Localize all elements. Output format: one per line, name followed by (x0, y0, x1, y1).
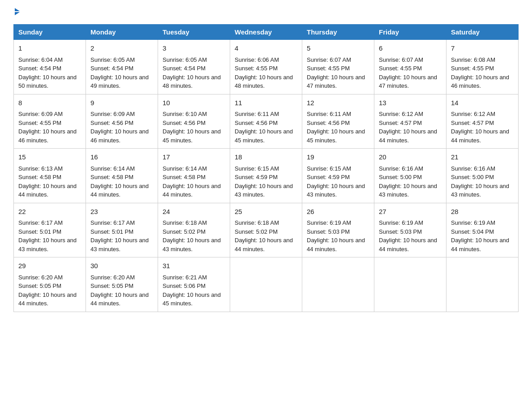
day-number: 30 (90, 261, 153, 271)
sunset-info: Sunset: 5:05 PM (90, 283, 133, 289)
calendar-cell: 4Sunrise: 6:06 AMSunset: 4:55 PMDaylight… (230, 40, 302, 94)
sunset-info: Sunset: 5:00 PM (379, 174, 422, 180)
daylight-info: Daylight: 10 hours and 43 minutes. (18, 237, 77, 253)
day-number: 5 (307, 43, 369, 54)
daylight-info: Daylight: 10 hours and 47 minutes. (307, 74, 365, 90)
calendar-cell: 29Sunrise: 6:20 AMSunset: 5:05 PMDayligh… (14, 257, 86, 312)
day-number: 9 (90, 98, 153, 108)
sunset-info: Sunset: 4:55 PM (451, 65, 494, 72)
sunset-info: Sunset: 4:56 PM (90, 120, 133, 126)
day-number: 14 (451, 98, 514, 108)
sunrise-info: Sunrise: 6:15 AM (235, 165, 279, 172)
sunrise-info: Sunrise: 6:05 AM (163, 56, 207, 63)
daylight-info: Daylight: 10 hours and 43 minutes. (163, 237, 221, 253)
calendar-cell: 20Sunrise: 6:16 AMSunset: 5:00 PMDayligh… (374, 149, 446, 203)
daylight-info: Daylight: 10 hours and 44 minutes. (379, 128, 437, 144)
calendar-cell: 7Sunrise: 6:08 AMSunset: 4:55 PMDaylight… (446, 40, 519, 94)
daylight-info: Daylight: 10 hours and 44 minutes. (90, 291, 149, 307)
day-number: 19 (307, 152, 369, 163)
calendar-cell (302, 257, 374, 312)
sunrise-info: Sunrise: 6:11 AM (307, 111, 351, 117)
sunset-info: Sunset: 5:02 PM (163, 228, 206, 235)
day-number: 25 (235, 207, 297, 217)
day-number: 29 (18, 261, 81, 271)
sunrise-info: Sunrise: 6:21 AM (163, 274, 207, 281)
daylight-info: Daylight: 10 hours and 50 minutes. (18, 74, 77, 90)
calendar-cell: 19Sunrise: 6:15 AMSunset: 4:59 PMDayligh… (302, 149, 374, 203)
col-header-thursday: Thursday (302, 25, 374, 40)
sunset-info: Sunset: 4:55 PM (18, 120, 61, 126)
calendar-cell: 9Sunrise: 6:09 AMSunset: 4:56 PMDaylight… (86, 94, 158, 149)
sunrise-info: Sunrise: 6:06 AM (235, 56, 279, 63)
sunrise-info: Sunrise: 6:19 AM (379, 219, 423, 226)
calendar-cell: 24Sunrise: 6:18 AMSunset: 5:02 PMDayligh… (158, 203, 230, 257)
sunrise-info: Sunrise: 6:04 AM (18, 56, 63, 63)
sunrise-info: Sunrise: 6:08 AM (451, 56, 495, 63)
sunset-info: Sunset: 4:57 PM (451, 120, 494, 126)
day-number: 6 (379, 43, 442, 54)
day-number: 18 (235, 152, 297, 163)
calendar-cell: 23Sunrise: 6:17 AMSunset: 5:01 PMDayligh… (86, 203, 158, 257)
calendar-cell: 10Sunrise: 6:10 AMSunset: 4:56 PMDayligh… (158, 94, 230, 149)
sunrise-info: Sunrise: 6:18 AM (235, 219, 279, 226)
daylight-info: Daylight: 10 hours and 43 minutes. (451, 183, 509, 198)
daylight-info: Daylight: 10 hours and 44 minutes. (18, 183, 77, 198)
calendar-week-row: 29Sunrise: 6:20 AMSunset: 5:05 PMDayligh… (14, 257, 519, 312)
sunset-info: Sunset: 5:01 PM (18, 228, 61, 235)
day-number: 26 (307, 207, 369, 217)
sunrise-info: Sunrise: 6:17 AM (18, 219, 63, 226)
calendar-cell (374, 257, 446, 312)
calendar-cell: 27Sunrise: 6:19 AMSunset: 5:03 PMDayligh… (374, 203, 446, 257)
sunrise-info: Sunrise: 6:19 AM (307, 219, 351, 226)
col-header-friday: Friday (374, 25, 446, 40)
sunset-info: Sunset: 4:56 PM (163, 120, 206, 126)
daylight-info: Daylight: 10 hours and 43 minutes. (90, 237, 149, 253)
day-number: 27 (379, 207, 442, 217)
col-header-sunday: Sunday (14, 25, 86, 40)
calendar-cell: 6Sunrise: 6:07 AMSunset: 4:55 PMDaylight… (374, 40, 446, 94)
sunset-info: Sunset: 4:54 PM (18, 65, 61, 72)
logo (13, 9, 20, 15)
daylight-info: Daylight: 10 hours and 44 minutes. (18, 291, 77, 307)
calendar-cell: 17Sunrise: 6:14 AMSunset: 4:58 PMDayligh… (158, 149, 230, 203)
sunrise-info: Sunrise: 6:14 AM (163, 165, 207, 172)
daylight-info: Daylight: 10 hours and 46 minutes. (18, 128, 77, 144)
calendar-cell: 3Sunrise: 6:05 AMSunset: 4:54 PMDaylight… (158, 40, 230, 94)
calendar-cell: 18Sunrise: 6:15 AMSunset: 4:59 PMDayligh… (230, 149, 302, 203)
day-number: 13 (379, 98, 442, 108)
sunrise-info: Sunrise: 6:07 AM (307, 56, 351, 63)
col-header-saturday: Saturday (446, 25, 519, 40)
daylight-info: Daylight: 10 hours and 45 minutes. (307, 128, 365, 144)
sunset-info: Sunset: 4:54 PM (90, 65, 133, 72)
calendar-cell: 1Sunrise: 6:04 AMSunset: 4:54 PMDaylight… (14, 40, 86, 94)
sunrise-info: Sunrise: 6:16 AM (451, 165, 495, 172)
sunrise-info: Sunrise: 6:18 AM (163, 219, 207, 226)
sunset-info: Sunset: 4:59 PM (235, 174, 278, 180)
calendar-cell: 13Sunrise: 6:12 AMSunset: 4:57 PMDayligh… (374, 94, 446, 149)
calendar-cell: 21Sunrise: 6:16 AMSunset: 5:00 PMDayligh… (446, 149, 519, 203)
calendar-cell: 26Sunrise: 6:19 AMSunset: 5:03 PMDayligh… (302, 203, 374, 257)
sunrise-info: Sunrise: 6:09 AM (18, 111, 63, 117)
sunrise-info: Sunrise: 6:19 AM (451, 219, 495, 226)
page-header (13, 9, 519, 15)
calendar-cell (230, 257, 302, 312)
daylight-info: Daylight: 10 hours and 44 minutes. (307, 237, 365, 253)
daylight-info: Daylight: 10 hours and 49 minutes. (90, 74, 149, 90)
sunset-info: Sunset: 5:06 PM (163, 283, 206, 289)
daylight-info: Daylight: 10 hours and 46 minutes. (451, 74, 509, 90)
calendar-week-row: 15Sunrise: 6:13 AMSunset: 4:58 PMDayligh… (14, 149, 519, 203)
day-number: 7 (451, 43, 514, 54)
daylight-info: Daylight: 10 hours and 45 minutes. (235, 128, 293, 144)
calendar-table: SundayMondayTuesdayWednesdayThursdayFrid… (13, 24, 519, 312)
sunset-info: Sunset: 5:04 PM (451, 228, 494, 235)
calendar-cell: 12Sunrise: 6:11 AMSunset: 4:56 PMDayligh… (302, 94, 374, 149)
sunset-info: Sunset: 4:58 PM (90, 174, 133, 180)
daylight-info: Daylight: 10 hours and 43 minutes. (235, 183, 293, 198)
day-number: 10 (163, 98, 225, 108)
day-number: 24 (163, 207, 225, 217)
day-number: 22 (18, 207, 81, 217)
sunrise-info: Sunrise: 6:13 AM (18, 165, 63, 172)
daylight-info: Daylight: 10 hours and 44 minutes. (90, 183, 149, 198)
sunset-info: Sunset: 4:58 PM (18, 174, 61, 180)
daylight-info: Daylight: 10 hours and 44 minutes. (451, 237, 509, 253)
